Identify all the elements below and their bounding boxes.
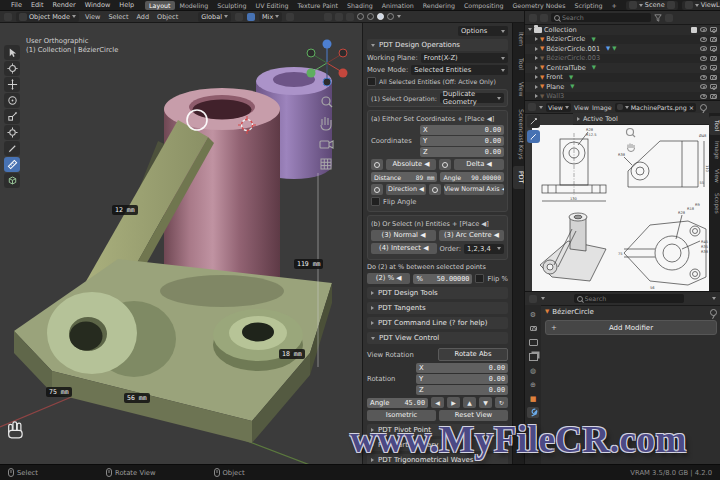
mode-dropdown[interactable]: Object Mode <box>16 12 79 22</box>
tab-tool[interactable]: ⚙ <box>527 309 539 320</box>
menu-edit[interactable]: Edit <box>29 1 46 9</box>
orbit-down-button[interactable]: ▼ <box>479 397 492 408</box>
hide-eye-icon[interactable] <box>700 94 707 99</box>
select-operation-dropdown[interactable]: Duplicate Geometry <box>440 93 504 103</box>
blend-mode-dropdown[interactable]: Mix <box>259 12 282 22</box>
normal-button[interactable]: (3) Normal ◀ <box>371 230 436 241</box>
hide-eye-icon[interactable] <box>700 84 707 89</box>
menu-file[interactable]: File <box>9 1 24 9</box>
panel-pdt-view-control[interactable]: PDT View Control <box>367 332 508 344</box>
filter-funnel-icon[interactable] <box>654 14 662 22</box>
hide-eye-icon[interactable] <box>700 56 707 61</box>
viewport-3d[interactable]: User Orthographic (1) Collection | Bézie… <box>0 23 362 464</box>
menu-image[interactable]: Image <box>592 104 612 111</box>
rotation-y-field[interactable]: Y0.00 <box>416 374 508 384</box>
rotate-tool[interactable] <box>4 93 20 108</box>
measure-tool[interactable] <box>4 157 20 172</box>
expand-icon[interactable] <box>535 85 538 89</box>
delta-pin-icon[interactable] <box>439 159 451 170</box>
annotate-tool[interactable] <box>527 130 540 143</box>
absolute-pin-icon[interactable] <box>371 159 383 170</box>
expand-icon[interactable] <box>528 28 532 31</box>
menu-help[interactable]: Help <box>117 1 136 9</box>
options-chevron-icon[interactable] <box>712 297 716 300</box>
workspace-tab-layout[interactable]: Layout <box>145 1 174 10</box>
shading-options-chevron-icon[interactable] <box>397 15 401 18</box>
flip-angle-checkbox[interactable] <box>371 197 380 206</box>
workspace-tab-sculpting[interactable]: Sculpting <box>213 1 250 10</box>
tab-render[interactable] <box>527 323 539 334</box>
coord-x-field[interactable]: X0.00 <box>420 125 504 135</box>
panel-pdt-design-tools[interactable]: PDT Design Tools <box>367 287 508 299</box>
view-angle-field[interactable]: Angle 45.00 <box>367 398 428 408</box>
expand-icon[interactable] <box>535 56 538 60</box>
new-collection-icon[interactable] <box>665 14 673 22</box>
coord-y-field[interactable]: Y0.00 <box>420 136 504 146</box>
coord-z-field[interactable]: Z0.00 <box>420 147 504 157</box>
view-normal-axis-button[interactable]: View Normal Axis ◀ <box>444 184 504 195</box>
tab-view-layer[interactable] <box>527 351 539 362</box>
order-dropdown[interactable]: 1,2,3,4 <box>464 244 504 254</box>
tab-tool[interactable]: Tool <box>709 116 720 135</box>
menu-add[interactable]: Add <box>134 13 151 21</box>
angle-field[interactable]: Angle 90.00000 <box>440 172 504 182</box>
hide-eye-icon[interactable] <box>700 46 707 51</box>
show-overlays-icon[interactable] <box>335 13 343 21</box>
menu-select[interactable]: Select <box>106 13 130 21</box>
move-tool[interactable] <box>4 77 20 92</box>
hide-eye-icon[interactable] <box>700 27 707 32</box>
pin-icon[interactable] <box>700 104 707 111</box>
move-mode-dropdown[interactable]: Selected Entities <box>411 65 508 75</box>
working-plane-dropdown[interactable]: Front(X-Z) <box>421 53 508 63</box>
direction-button[interactable]: Direction ◀ <box>386 184 426 195</box>
disable-render-icon[interactable] <box>710 75 717 80</box>
disable-render-icon[interactable] <box>710 65 717 70</box>
menu-window[interactable]: Window <box>83 1 113 9</box>
workspace-tab-compositing[interactable]: Compositing <box>460 1 507 10</box>
rotation-x-field[interactable]: X0.00 <box>416 363 508 373</box>
unlink-scene-icon[interactable] <box>667 1 675 9</box>
snap-toggle-icon[interactable] <box>235 13 243 21</box>
annotate-tool[interactable] <box>4 141 20 156</box>
panel-pdt-command-line[interactable]: PDT Command Line (? for help) <box>367 317 508 329</box>
outliner-search-input[interactable] <box>551 13 651 22</box>
view-normal-pin-icon[interactable] <box>429 184 441 195</box>
menu-view[interactable]: View <box>574 104 589 111</box>
outliner-row-centraltube[interactable]: ▼ CentralTube ▼ <box>525 63 720 73</box>
tab-scopes[interactable]: Scopes <box>709 189 720 218</box>
shading-wireframe-icon[interactable] <box>357 13 364 20</box>
outliner-row-beziercircle[interactable]: ▼ BézierCircle ▼ <box>525 35 720 45</box>
editor-type-icon[interactable] <box>529 295 537 303</box>
distance-field[interactable]: Distance 89 mm <box>371 172 437 182</box>
intersect-button[interactable]: (4) Intersect ◀ <box>371 243 437 254</box>
image-mode-dropdown[interactable]: View <box>546 103 571 112</box>
select-box-tool[interactable] <box>4 45 20 60</box>
sample-eyedropper-tool[interactable] <box>527 115 540 128</box>
editor-type-icon[interactable] <box>4 13 12 21</box>
transform-tool[interactable] <box>4 125 20 140</box>
rotate-abs-button[interactable]: Rotate Abs <box>438 348 508 361</box>
disable-render-icon[interactable] <box>710 56 717 61</box>
snap-magnet-icon[interactable] <box>247 13 255 21</box>
expand-icon[interactable] <box>535 47 538 51</box>
expand-icon[interactable] <box>535 37 538 41</box>
unlink-image-button[interactable]: × <box>689 104 694 111</box>
scene-selector[interactable]: Scene <box>626 1 678 10</box>
orbit-left-button[interactable]: ◀ <box>431 397 444 408</box>
zoom-gizmo-icon[interactable] <box>625 127 637 139</box>
menu-object[interactable]: Object <box>155 13 180 21</box>
disable-render-icon[interactable] <box>710 27 717 32</box>
roll-view-button[interactable]: ↻ <box>495 397 508 408</box>
proportional-edit-icon[interactable] <box>286 13 294 21</box>
tab-view[interactable]: View <box>709 165 720 187</box>
outliner-row-beziercircle-003[interactable]: ▼ BézierCircle.003 <box>525 54 720 64</box>
disable-render-icon[interactable] <box>710 46 717 51</box>
workspace-tab-modeling[interactable]: Modeling <box>176 1 213 10</box>
object-breadcrumb[interactable]: BézierCircle <box>552 308 594 316</box>
workspace-tab-texture-paint[interactable]: Texture Paint <box>293 1 342 10</box>
outliner-row-beziercircle-001[interactable]: ▼ BézierCircle.001 ▼ ▼ <box>525 44 720 54</box>
delta-button[interactable]: Delta ◀ <box>454 159 504 170</box>
workspace-tab-scripting[interactable]: Scripting <box>571 1 607 10</box>
flip-percent-checkbox[interactable] <box>475 274 484 283</box>
outliner-row-collection[interactable]: Collection <box>525 25 720 35</box>
